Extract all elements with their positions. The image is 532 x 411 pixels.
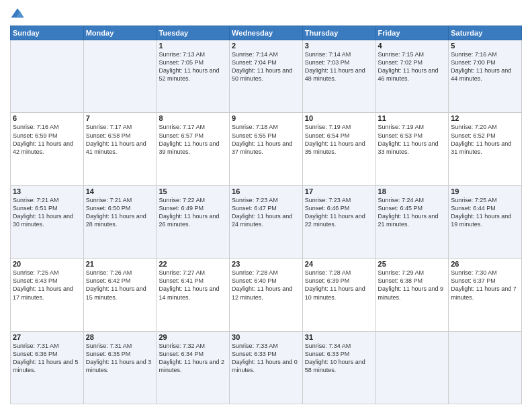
calendar-cell: 12Sunrise: 7:20 AM Sunset: 6:52 PM Dayli… bbox=[449, 113, 522, 185]
day-number: 17 bbox=[305, 187, 373, 195]
day-info: Sunrise: 7:17 AM Sunset: 6:58 PM Dayligh… bbox=[86, 123, 154, 156]
col-header-sunday: Sunday bbox=[11, 26, 84, 40]
week-row-1: 6Sunrise: 7:16 AM Sunset: 6:59 PM Daylig… bbox=[11, 113, 522, 185]
day-number: 13 bbox=[13, 187, 81, 195]
calendar-cell: 22Sunrise: 7:27 AM Sunset: 6:41 PM Dayli… bbox=[157, 259, 230, 331]
calendar-cell: 8Sunrise: 7:17 AM Sunset: 6:57 PM Daylig… bbox=[157, 113, 230, 185]
day-info: Sunrise: 7:22 AM Sunset: 6:49 PM Dayligh… bbox=[159, 196, 227, 229]
calendar-cell: 24Sunrise: 7:28 AM Sunset: 6:39 PM Dayli… bbox=[302, 259, 375, 331]
day-info: Sunrise: 7:28 AM Sunset: 6:39 PM Dayligh… bbox=[305, 269, 373, 302]
calendar-cell: 28Sunrise: 7:31 AM Sunset: 6:35 PM Dayli… bbox=[83, 331, 157, 404]
day-info: Sunrise: 7:17 AM Sunset: 6:57 PM Dayligh… bbox=[159, 123, 227, 156]
calendar-header-row: SundayMondayTuesdayWednesdayThursdayFrid… bbox=[11, 26, 522, 40]
day-info: Sunrise: 7:27 AM Sunset: 6:41 PM Dayligh… bbox=[159, 269, 227, 302]
day-number: 29 bbox=[159, 333, 227, 341]
calendar-cell: 11Sunrise: 7:19 AM Sunset: 6:53 PM Dayli… bbox=[375, 113, 449, 185]
calendar-cell: 21Sunrise: 7:26 AM Sunset: 6:42 PM Dayli… bbox=[83, 259, 157, 331]
day-info: Sunrise: 7:26 AM Sunset: 6:42 PM Dayligh… bbox=[86, 269, 154, 302]
calendar-cell: 30Sunrise: 7:33 AM Sunset: 6:33 PM Dayli… bbox=[230, 331, 303, 404]
calendar-cell: 20Sunrise: 7:25 AM Sunset: 6:43 PM Dayli… bbox=[11, 259, 84, 331]
col-header-monday: Monday bbox=[83, 26, 157, 40]
day-number: 16 bbox=[232, 187, 300, 195]
day-info: Sunrise: 7:14 AM Sunset: 7:03 PM Dayligh… bbox=[305, 50, 373, 83]
logo bbox=[10, 7, 28, 21]
day-number: 5 bbox=[451, 42, 519, 50]
day-number: 26 bbox=[451, 260, 519, 268]
day-number: 4 bbox=[378, 42, 447, 50]
calendar-cell bbox=[11, 40, 84, 113]
calendar-table: SundayMondayTuesdayWednesdayThursdayFrid… bbox=[10, 26, 522, 404]
calendar-cell: 1Sunrise: 7:13 AM Sunset: 7:05 PM Daylig… bbox=[157, 40, 230, 113]
day-info: Sunrise: 7:29 AM Sunset: 6:38 PM Dayligh… bbox=[378, 269, 447, 302]
day-info: Sunrise: 7:33 AM Sunset: 6:33 PM Dayligh… bbox=[232, 342, 300, 375]
calendar-cell: 23Sunrise: 7:28 AM Sunset: 6:40 PM Dayli… bbox=[230, 259, 303, 331]
calendar-cell: 4Sunrise: 7:15 AM Sunset: 7:02 PM Daylig… bbox=[375, 40, 449, 113]
page: SundayMondayTuesdayWednesdayThursdayFrid… bbox=[0, 0, 532, 411]
day-info: Sunrise: 7:31 AM Sunset: 6:35 PM Dayligh… bbox=[86, 342, 154, 375]
calendar-cell: 9Sunrise: 7:18 AM Sunset: 6:55 PM Daylig… bbox=[230, 113, 303, 185]
day-number: 2 bbox=[232, 42, 300, 50]
day-info: Sunrise: 7:16 AM Sunset: 7:00 PM Dayligh… bbox=[451, 50, 519, 83]
day-number: 9 bbox=[232, 114, 300, 122]
day-info: Sunrise: 7:14 AM Sunset: 7:04 PM Dayligh… bbox=[232, 50, 300, 83]
day-info: Sunrise: 7:34 AM Sunset: 6:33 PM Dayligh… bbox=[305, 342, 373, 375]
day-number: 12 bbox=[451, 114, 519, 122]
col-header-thursday: Thursday bbox=[302, 26, 375, 40]
day-info: Sunrise: 7:25 AM Sunset: 6:43 PM Dayligh… bbox=[13, 269, 81, 302]
day-number: 8 bbox=[159, 114, 227, 122]
calendar-cell: 16Sunrise: 7:23 AM Sunset: 6:47 PM Dayli… bbox=[230, 185, 303, 258]
col-header-wednesday: Wednesday bbox=[230, 26, 303, 40]
day-number: 11 bbox=[378, 114, 447, 122]
calendar-cell: 25Sunrise: 7:29 AM Sunset: 6:38 PM Dayli… bbox=[375, 259, 449, 331]
day-number: 21 bbox=[86, 260, 154, 268]
day-info: Sunrise: 7:23 AM Sunset: 6:46 PM Dayligh… bbox=[305, 196, 373, 229]
day-info: Sunrise: 7:16 AM Sunset: 6:59 PM Dayligh… bbox=[13, 123, 81, 156]
calendar-cell: 19Sunrise: 7:25 AM Sunset: 6:44 PM Dayli… bbox=[449, 185, 522, 258]
logo-icon bbox=[10, 7, 25, 21]
day-info: Sunrise: 7:23 AM Sunset: 6:47 PM Dayligh… bbox=[232, 196, 300, 229]
day-info: Sunrise: 7:13 AM Sunset: 7:05 PM Dayligh… bbox=[159, 50, 227, 83]
day-number: 15 bbox=[159, 187, 227, 195]
day-number: 20 bbox=[13, 260, 81, 268]
calendar-cell: 2Sunrise: 7:14 AM Sunset: 7:04 PM Daylig… bbox=[230, 40, 303, 113]
week-row-0: 1Sunrise: 7:13 AM Sunset: 7:05 PM Daylig… bbox=[11, 40, 522, 113]
day-info: Sunrise: 7:18 AM Sunset: 6:55 PM Dayligh… bbox=[232, 123, 300, 156]
day-number: 25 bbox=[378, 260, 447, 268]
day-number: 24 bbox=[305, 260, 373, 268]
day-info: Sunrise: 7:20 AM Sunset: 6:52 PM Dayligh… bbox=[451, 123, 519, 156]
calendar-cell: 10Sunrise: 7:19 AM Sunset: 6:54 PM Dayli… bbox=[302, 113, 375, 185]
calendar-cell: 5Sunrise: 7:16 AM Sunset: 7:00 PM Daylig… bbox=[449, 40, 522, 113]
day-info: Sunrise: 7:32 AM Sunset: 6:34 PM Dayligh… bbox=[159, 342, 227, 375]
calendar-cell: 7Sunrise: 7:17 AM Sunset: 6:58 PM Daylig… bbox=[83, 113, 157, 185]
day-number: 3 bbox=[305, 42, 373, 50]
week-row-4: 27Sunrise: 7:31 AM Sunset: 6:36 PM Dayli… bbox=[11, 331, 522, 404]
day-number: 7 bbox=[86, 114, 154, 122]
day-number: 1 bbox=[159, 42, 227, 50]
day-number: 28 bbox=[86, 333, 154, 341]
day-info: Sunrise: 7:31 AM Sunset: 6:36 PM Dayligh… bbox=[13, 342, 81, 375]
day-number: 6 bbox=[13, 114, 81, 122]
day-info: Sunrise: 7:24 AM Sunset: 6:45 PM Dayligh… bbox=[378, 196, 447, 229]
day-info: Sunrise: 7:15 AM Sunset: 7:02 PM Dayligh… bbox=[378, 50, 447, 83]
col-header-tuesday: Tuesday bbox=[157, 26, 230, 40]
calendar-cell: 31Sunrise: 7:34 AM Sunset: 6:33 PM Dayli… bbox=[302, 331, 375, 404]
week-row-3: 20Sunrise: 7:25 AM Sunset: 6:43 PM Dayli… bbox=[11, 259, 522, 331]
calendar-cell bbox=[83, 40, 157, 113]
day-number: 30 bbox=[232, 333, 300, 341]
day-number: 31 bbox=[305, 333, 373, 341]
calendar-cell: 26Sunrise: 7:30 AM Sunset: 6:37 PM Dayli… bbox=[449, 259, 522, 331]
day-info: Sunrise: 7:19 AM Sunset: 6:54 PM Dayligh… bbox=[305, 123, 373, 156]
calendar-cell: 27Sunrise: 7:31 AM Sunset: 6:36 PM Dayli… bbox=[11, 331, 84, 404]
day-info: Sunrise: 7:25 AM Sunset: 6:44 PM Dayligh… bbox=[451, 196, 519, 229]
calendar-cell: 18Sunrise: 7:24 AM Sunset: 6:45 PM Dayli… bbox=[375, 185, 449, 258]
day-info: Sunrise: 7:21 AM Sunset: 6:51 PM Dayligh… bbox=[13, 196, 81, 229]
calendar-cell: 15Sunrise: 7:22 AM Sunset: 6:49 PM Dayli… bbox=[157, 185, 230, 258]
day-number: 19 bbox=[451, 187, 519, 195]
day-info: Sunrise: 7:30 AM Sunset: 6:37 PM Dayligh… bbox=[451, 269, 519, 302]
col-header-saturday: Saturday bbox=[449, 26, 522, 40]
day-info: Sunrise: 7:21 AM Sunset: 6:50 PM Dayligh… bbox=[86, 196, 154, 229]
calendar-cell: 17Sunrise: 7:23 AM Sunset: 6:46 PM Dayli… bbox=[302, 185, 375, 258]
day-number: 23 bbox=[232, 260, 300, 268]
calendar-cell: 14Sunrise: 7:21 AM Sunset: 6:50 PM Dayli… bbox=[83, 185, 157, 258]
day-number: 10 bbox=[305, 114, 373, 122]
